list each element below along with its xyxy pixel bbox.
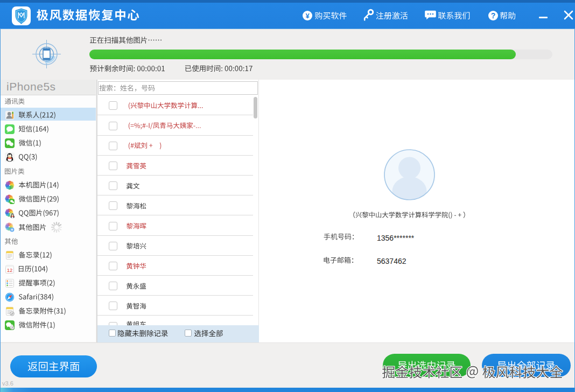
svg-text:?: ?: [491, 11, 496, 20]
svg-text:¥: ¥: [305, 12, 310, 20]
svg-text:12: 12: [7, 267, 13, 273]
